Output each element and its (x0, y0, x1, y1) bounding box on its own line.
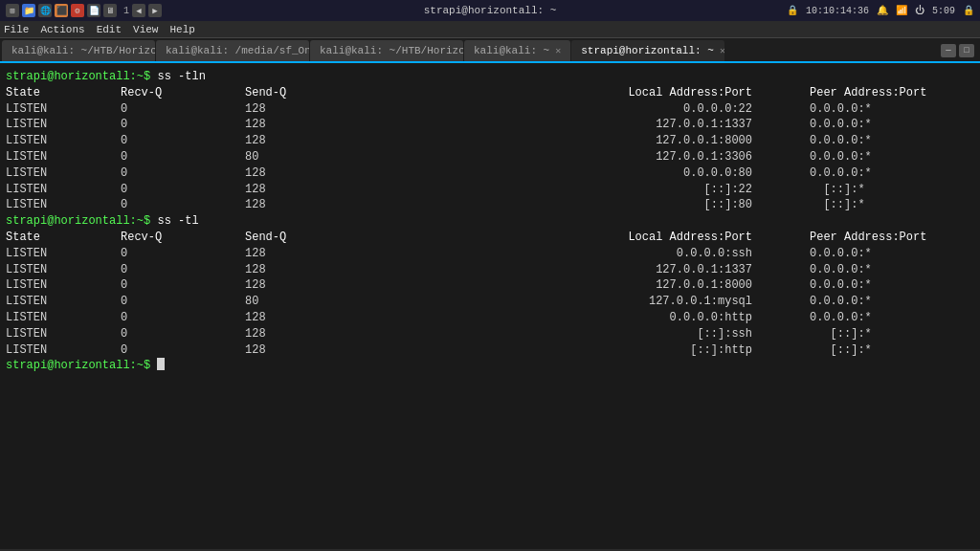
cmd-2: ss -tl (157, 213, 198, 230)
tab-3-close[interactable]: ✕ (555, 45, 561, 56)
table-row: LISTEN0128127.0.0.1:80000.0.0.0:* (6, 277, 974, 294)
table-row: LISTEN0128 [::]:80 [::]:* (6, 197, 974, 213)
table-row: LISTEN01280.0.0.0:http0.0.0.0:* (6, 310, 974, 326)
terminal-icon[interactable]: ⬛ (55, 4, 68, 17)
menu-bar: File Actions Edit View Help (0, 21, 980, 38)
volume-icon: 🔔 (877, 5, 888, 16)
col-local-hdr-1: Local Address:Port (456, 85, 752, 101)
clock-icon: 🔒 (787, 5, 798, 16)
top-bar-left: ⊞ 📁 🌐 ⬛ ⚙ 📄 🖥 1 ◀ ▶ (6, 4, 162, 17)
col-peer-hdr-1: Peer Address:Port (810, 85, 926, 101)
table-row: LISTEN080127.0.0.1:33060.0.0.0:* (6, 149, 974, 165)
cmd-1: ss -tln (157, 69, 205, 85)
top-bar-right: 🔒 10:10:14:36 🔔 📶 ⏻ 5:09 🔒 (787, 5, 974, 16)
menu-view[interactable]: View (133, 24, 158, 35)
col-sendq-hdr-1: Send-Q (245, 85, 456, 101)
tab-1[interactable]: kali@kali: /media/sf_OneDrive/SecLists ✕ (156, 40, 309, 61)
tab-0[interactable]: kali@kali: ~/HTB/Horizontall ✕ (2, 40, 155, 61)
tab-1-label: kali@kali: /media/sf_OneDrive/SecLists (166, 45, 309, 56)
menu-file[interactable]: File (4, 24, 29, 35)
tab-4-close[interactable]: ✕ (720, 45, 724, 56)
col-local-hdr-2: Local Address:Port (456, 230, 752, 246)
prompt-user-2: strapi@horizontall:~$ (6, 213, 157, 230)
window-title: strapi@horizontall: ~ (424, 5, 557, 16)
top-bar: ⊞ 📁 🌐 ⬛ ⚙ 📄 🖥 1 ◀ ▶ strapi@horizontall: … (0, 0, 980, 21)
cursor (157, 358, 165, 370)
settings-icon[interactable]: ⚙ (71, 4, 84, 17)
power-icon: ⏻ (915, 5, 924, 16)
col-state-hdr-2: State (6, 230, 121, 246)
ss-header-1: StateRecv-QSend-QLocal Address:PortPeer … (6, 85, 974, 101)
lock-icon: 🔒 (963, 5, 974, 16)
arrow-left-icon[interactable]: ◀ (132, 4, 145, 17)
tab-4-label: strapi@horizontall: ~ (581, 45, 714, 56)
terminal-area[interactable]: strapi@horizontall:~$ ss -tln StateRecv-… (0, 63, 980, 549)
table-row: LISTEN01280.0.0.0:ssh0.0.0.0:* (6, 246, 974, 262)
counter-badge: 1 (123, 6, 129, 16)
tab-4[interactable]: strapi@horizontall: ~ ✕ (571, 40, 724, 61)
time-display: 5:09 (932, 6, 955, 16)
prompt-line-3: strapi@horizontall:~$ (6, 358, 974, 374)
menu-actions[interactable]: Actions (40, 24, 84, 35)
col-sendq-hdr-2: Send-Q (245, 230, 456, 246)
tab-2-label: kali@kali: ~/HTB/Horizontall (320, 45, 463, 56)
col-state-hdr-1: State (6, 85, 121, 101)
tabs-bar: kali@kali: ~/HTB/Horizontall ✕ kali@kali… (0, 38, 980, 63)
clock-time: 10:10:14:36 (806, 6, 869, 16)
files-icon[interactable]: 📄 (87, 4, 100, 17)
app-icons: ⊞ 📁 🌐 ⬛ ⚙ 📄 🖥 1 ◀ ▶ (6, 4, 162, 17)
col-recvq-hdr-2: Recv-Q (121, 230, 245, 246)
table-row: LISTEN0128 [::]:http [::]:* (6, 342, 974, 359)
table-row: LISTEN01280.0.0.0:220.0.0.0:* (6, 101, 974, 118)
col-peer-hdr-2: Peer Address:Port (810, 230, 926, 246)
table-row: LISTEN0128127.0.0.1:80000.0.0.0:* (6, 133, 974, 149)
table-row: LISTEN0128127.0.0.1:13370.0.0.0:* (6, 117, 974, 133)
prompt-line-2: strapi@horizontall:~$ ss -tl (6, 213, 974, 230)
table-row: LISTEN0128127.0.0.1:13370.0.0.0:* (6, 262, 974, 278)
minimize-btn[interactable]: ─ (941, 44, 956, 57)
desktop-icon[interactable]: ⊞ (6, 4, 19, 17)
menu-help[interactable]: Help (169, 24, 194, 35)
monitor-icon[interactable]: 🖥 (103, 4, 117, 17)
table-row: LISTEN0128 [::]:ssh [::]:* (6, 326, 974, 342)
table-row: LISTEN080127.0.0.1:mysql0.0.0.0:* (6, 294, 974, 310)
tab-2[interactable]: kali@kali: ~/HTB/Horizontall ✕ (310, 40, 463, 61)
ss-header-2: StateRecv-QSend-QLocal Address:PortPeer … (6, 230, 974, 246)
maximize-btn[interactable]: □ (959, 44, 974, 57)
col-recvq-hdr-1: Recv-Q (121, 85, 245, 101)
tab-0-label: kali@kali: ~/HTB/Horizontall (11, 45, 155, 56)
prompt-user-1: strapi@horizontall:~$ (6, 69, 157, 85)
prompt-user-3: strapi@horizontall:~$ (6, 358, 157, 374)
tab-3-label: kali@kali: ~ (474, 45, 549, 56)
menu-edit[interactable]: Edit (97, 24, 122, 35)
browser-icon[interactable]: 🌐 (38, 4, 52, 17)
network-icon: 📶 (896, 5, 907, 16)
file-manager-icon[interactable]: 📁 (22, 4, 35, 17)
table-row: LISTEN0128 [::]:22 [::]:* (6, 182, 974, 198)
table-row: LISTEN01280.0.0.0:800.0.0.0:* (6, 165, 974, 182)
prompt-line-1: strapi@horizontall:~$ ss -tln (6, 69, 974, 85)
tab-3[interactable]: kali@kali: ~ ✕ (464, 40, 570, 61)
arrow-right-icon[interactable]: ▶ (148, 4, 162, 17)
